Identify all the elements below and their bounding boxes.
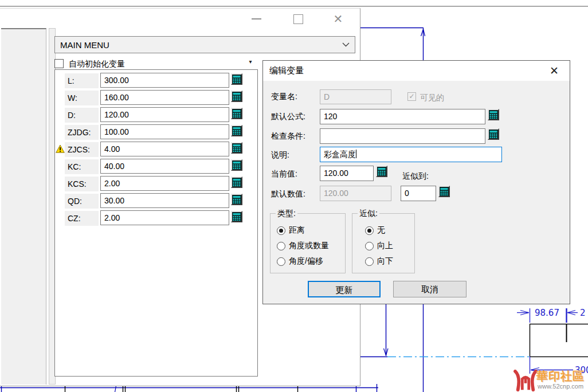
edit-variable-dialog: 编辑变量 ✕ 变量名: D ✓ 可见的 默认公式: 120 检查条件: 说明: … (262, 60, 570, 304)
maximize-button[interactable] (289, 12, 307, 26)
radio-none[interactable] (365, 226, 374, 235)
description-field[interactable]: 彩盒高度 (320, 147, 502, 162)
calculator-button[interactable] (231, 177, 242, 188)
dialog-title: 编辑变量 (269, 65, 304, 76)
defaults-window-titlebar[interactable]: ✕ (0, 9, 360, 28)
radio-angle-or-count[interactable] (277, 242, 285, 250)
variable-value-input[interactable]: 4.00 (100, 142, 229, 156)
radio-label: 角度或数量 (289, 241, 329, 251)
variable-name: QD: (65, 194, 99, 209)
minimize-button[interactable] (248, 12, 265, 26)
brand-logo-icon (513, 370, 538, 391)
calculator-button[interactable] (231, 211, 242, 222)
variable-row: QD: 30.00 (55, 193, 257, 210)
variable-row: ZJCS: 4.00 (55, 142, 257, 159)
calculator-button[interactable] (231, 73, 242, 85)
variable-row: ZJDG: 100.00 (55, 124, 257, 142)
variable-row: CZ: 2.00 (55, 210, 257, 228)
chevron-down-icon (342, 42, 350, 47)
type-group: 类型: 距离 角度或数量 角度/偏移 (270, 213, 346, 273)
variable-value-input[interactable]: 160.00 (100, 90, 229, 105)
variables-dropdown-button[interactable]: ▾ (246, 59, 254, 66)
calculator-button[interactable] (231, 159, 242, 171)
calculator-button[interactable] (231, 194, 242, 205)
formula-label: 默认公式: (271, 112, 305, 122)
calculator-button[interactable] (488, 109, 499, 120)
round-to-label: 近似到: (402, 171, 429, 182)
calculator-button[interactable] (438, 186, 450, 197)
condition-field[interactable] (320, 128, 485, 144)
navigation-pane (1, 28, 46, 385)
default-num-field: 120.00 (320, 186, 391, 201)
variable-name: ZJCS: (65, 142, 99, 157)
calculator-button[interactable] (231, 142, 242, 154)
brand-url[interactable]: www.52cnp.com (538, 383, 583, 390)
variable-row: D: 120.00 (55, 107, 257, 124)
watermark: 華印社區 www.52cnp.com (513, 369, 588, 392)
variable-value-input[interactable]: 2.00 (100, 210, 229, 225)
variable-name: D: (65, 108, 99, 123)
calculator-button[interactable] (231, 108, 242, 119)
app-top-edge (0, 6, 588, 7)
variable-value-input[interactable]: 100.00 (100, 124, 229, 139)
menu-combobox-value: MAIN MENU (60, 40, 109, 50)
menu-combobox[interactable]: MAIN MENU (54, 36, 355, 53)
round-to-field[interactable]: 0 (401, 186, 436, 201)
variable-name: KC: (65, 159, 99, 174)
variable-row: L: 300.00 (55, 73, 257, 90)
auto-init-label: 自动初始化变量 (69, 58, 125, 69)
variable-name: CZ: (65, 211, 99, 226)
text-caret (356, 150, 356, 158)
radio-label: 无 (377, 225, 385, 236)
close-icon: ✕ (334, 13, 343, 25)
variable-row: KC: 40.00 (55, 159, 257, 176)
warning-icon (56, 144, 65, 154)
dialog-close-button[interactable]: ✕ (547, 63, 562, 78)
current-value-field[interactable]: 120.00 (320, 166, 374, 181)
radio-label: 角度/偏移 (289, 256, 323, 266)
auto-init-checkbox[interactable] (54, 59, 64, 68)
variable-value-input[interactable]: 2.00 (100, 176, 229, 191)
variable-value-input[interactable]: 40.00 (100, 159, 229, 174)
dim-offset-text: 2 (580, 308, 586, 318)
visible-checkbox: ✓ (407, 92, 416, 101)
close-button[interactable]: ✕ (330, 12, 347, 26)
variable-value-input[interactable]: 300.00 (100, 73, 229, 88)
calculator-button[interactable] (231, 91, 242, 102)
approx-group: 近似: 无 向上 向下 (352, 213, 415, 273)
name-label: 变量名: (271, 92, 297, 102)
current-value-label: 当前值: (271, 169, 297, 179)
minimize-icon (252, 18, 261, 19)
variables-panel: L: 300.00 W: 160.00 D: 120.00 ZJDG: 100.… (54, 69, 258, 377)
radio-round-down[interactable] (365, 257, 374, 266)
approx-group-label: 近似: (358, 209, 379, 219)
update-button[interactable]: 更新 (308, 281, 381, 297)
default-num-label: 默认数值: (271, 189, 305, 199)
radio-distance[interactable] (277, 226, 285, 235)
auto-init-row: 自动初始化变量 (54, 58, 258, 69)
name-field: D (320, 89, 391, 104)
variable-name: ZJDG: (65, 125, 99, 140)
condition-label: 检查条件: (271, 131, 305, 142)
calculator-button[interactable] (231, 125, 242, 136)
calculator-button[interactable] (376, 166, 387, 177)
radio-label: 向上 (377, 241, 393, 251)
app-screen: 98.67 2 300 ✕ (0, 0, 588, 392)
calculator-button[interactable] (488, 128, 499, 140)
formula-field[interactable]: 120 (320, 109, 485, 124)
radio-round-up[interactable] (365, 242, 374, 250)
radio-label: 向下 (377, 256, 393, 266)
variable-row: W: 160.00 (55, 90, 257, 107)
dialog-titlebar[interactable]: 编辑变量 ✕ (263, 61, 570, 81)
radio-label: 距离 (289, 225, 305, 236)
type-group-label: 类型: (276, 209, 297, 219)
brand-name: 華印社區 (536, 369, 585, 384)
variable-value-input[interactable]: 120.00 (100, 107, 229, 122)
cancel-button[interactable]: 取消 (393, 281, 467, 297)
visible-label: 可见的 (420, 93, 444, 103)
description-label: 说明: (271, 150, 289, 160)
variable-value-input[interactable]: 30.00 (100, 193, 229, 208)
radio-angle-offset[interactable] (277, 257, 285, 266)
variable-row: KCS: 2.00 (55, 176, 257, 193)
dim-width-text: 98.67 (535, 308, 559, 318)
